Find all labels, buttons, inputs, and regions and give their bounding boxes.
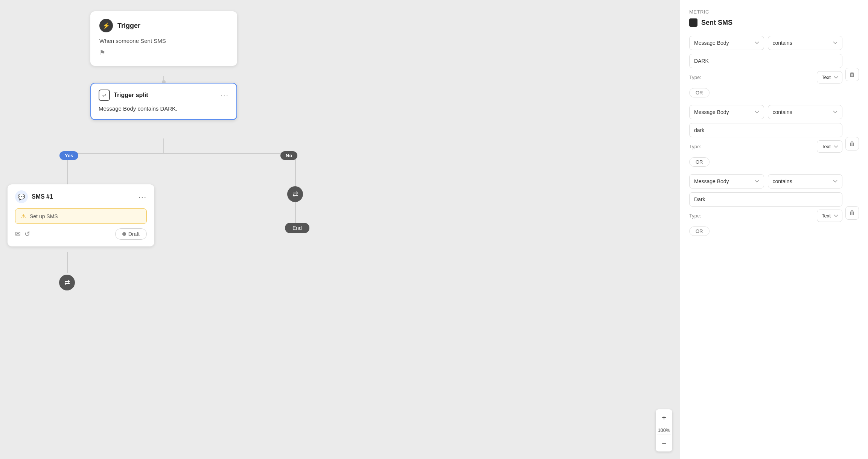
connector-v-end bbox=[295, 202, 296, 223]
filter-block-0: Message Body contains Type: Text 🗑 OR bbox=[689, 36, 859, 103]
or-button-0[interactable]: OR bbox=[689, 88, 710, 97]
field-select-2[interactable]: Message Body bbox=[689, 174, 764, 188]
connector-v-sms-below bbox=[67, 252, 68, 273]
type-label-0: Type: bbox=[689, 74, 701, 80]
operator-select-1[interactable]: contains bbox=[768, 105, 843, 119]
delete-button-0[interactable]: 🗑 bbox=[845, 68, 859, 81]
zoom-out-button[interactable]: − bbox=[656, 435, 672, 451]
zoom-controls: + 100% − bbox=[656, 409, 672, 451]
reconnect-node-left[interactable]: ⇄ bbox=[59, 275, 75, 290]
value-input-1[interactable] bbox=[689, 123, 842, 137]
operator-select-2[interactable]: contains bbox=[768, 174, 843, 188]
type-label-1: Type: bbox=[689, 144, 701, 149]
end-badge: End bbox=[285, 223, 309, 233]
operator-select-0[interactable]: contains bbox=[768, 36, 843, 50]
split-title: Trigger split bbox=[114, 92, 148, 99]
metric-text: Sent SMS bbox=[701, 19, 732, 27]
warning-text: Set up SMS bbox=[30, 213, 58, 219]
sms-icon: 💬 bbox=[15, 190, 28, 203]
split-more-button[interactable]: ··· bbox=[220, 91, 229, 100]
trigger-filter-icon: ⚑ bbox=[99, 49, 228, 57]
no-badge: No bbox=[280, 151, 297, 160]
metric-label: Metric bbox=[689, 9, 859, 15]
connector-line-split bbox=[163, 138, 164, 154]
trigger-node: ⚡ Trigger When someone Sent SMS ⚑ bbox=[90, 11, 237, 66]
split-icon: ⇌ bbox=[99, 90, 110, 101]
refresh-icon: ↺ bbox=[24, 230, 30, 238]
delete-button-2[interactable]: 🗑 bbox=[845, 206, 859, 220]
type-select-0[interactable]: Text bbox=[817, 71, 842, 84]
trigger-subtitle: When someone Sent SMS bbox=[99, 38, 228, 44]
zoom-level: 100% bbox=[658, 426, 670, 435]
or-button-1[interactable]: OR bbox=[689, 157, 710, 167]
filter-type-row-0: Type: Text bbox=[689, 71, 842, 84]
draft-dot bbox=[122, 232, 126, 236]
type-select-2[interactable]: Text bbox=[817, 210, 842, 222]
zoom-in-button[interactable]: + bbox=[656, 409, 672, 426]
draft-label: Draft bbox=[128, 231, 140, 237]
filter-row-1: Message Body contains bbox=[689, 105, 842, 119]
trigger-title: Trigger bbox=[117, 22, 140, 30]
value-input-0[interactable] bbox=[689, 54, 842, 68]
filter-type-row-2: Type: Text bbox=[689, 210, 842, 222]
field-select-1[interactable]: Message Body bbox=[689, 105, 764, 119]
sms-warning: ⚠ Set up SMS bbox=[15, 208, 147, 224]
reconnect-node-right[interactable]: ⇄ bbox=[287, 186, 303, 202]
split-body: Message Body contains DARK. bbox=[99, 105, 229, 112]
filter-row-0: Message Body contains bbox=[689, 36, 842, 50]
type-select-1[interactable]: Text bbox=[817, 140, 842, 153]
filter-row-2: Message Body contains bbox=[689, 174, 842, 188]
type-label-2: Type: bbox=[689, 213, 701, 219]
sms-node: 💬 SMS #1 ··· ⚠ Set up SMS ✉ ↺ Draft bbox=[8, 184, 154, 246]
sms-title: SMS #1 bbox=[32, 193, 53, 200]
flow-canvas: ⚡ Trigger When someone Sent SMS ⚑ ⇌ Trig… bbox=[0, 0, 680, 459]
metric-color-swatch bbox=[689, 18, 697, 27]
filter-block-1: Message Body contains Type: Text 🗑 OR bbox=[689, 105, 859, 173]
email-icon: ✉ bbox=[15, 230, 21, 238]
filter-type-row-1: Type: Text bbox=[689, 140, 842, 153]
split-node: ⇌ Trigger split ··· Message Body contain… bbox=[90, 83, 237, 120]
connector-h-left bbox=[67, 153, 163, 154]
draft-button[interactable]: Draft bbox=[115, 228, 147, 240]
or-button-2[interactable]: OR bbox=[689, 226, 710, 236]
yes-badge: Yes bbox=[59, 151, 78, 160]
field-select-0[interactable]: Message Body bbox=[689, 36, 764, 50]
sms-action-icons: ✉ ↺ bbox=[15, 230, 30, 238]
delete-button-1[interactable]: 🗑 bbox=[845, 137, 859, 150]
sms-more-button[interactable]: ··· bbox=[138, 193, 147, 201]
trigger-icon: ⚡ bbox=[99, 19, 113, 32]
connector-h-right bbox=[163, 153, 295, 154]
metric-value-row: Sent SMS bbox=[689, 18, 859, 27]
filter-block-2: Message Body contains Type: Text 🗑 OR bbox=[689, 174, 859, 242]
warning-icon: ⚠ bbox=[21, 213, 26, 220]
right-panel: Metric Sent SMS Message Body contains Ty… bbox=[680, 0, 868, 459]
value-input-2[interactable] bbox=[689, 192, 842, 207]
